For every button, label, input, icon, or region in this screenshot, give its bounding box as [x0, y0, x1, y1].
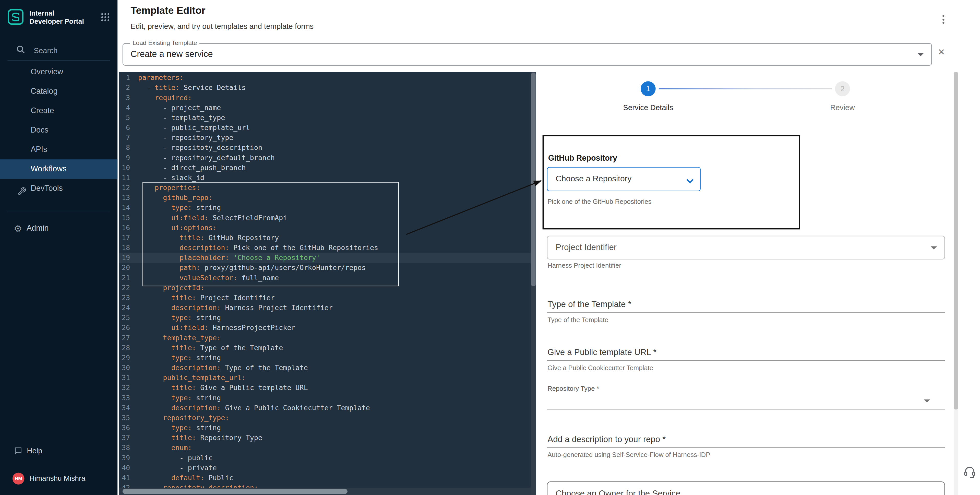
- code-line: 36 type: string: [119, 423, 536, 433]
- editor-vertical-scrollbar[interactable]: [531, 72, 536, 495]
- code-line: 26 ui:field: HarnessProjectPicker: [119, 323, 536, 333]
- code-line: 14 type: string: [119, 203, 536, 213]
- github-repository-value: Choose a Repository: [555, 173, 632, 183]
- template-type-input[interactable]: [547, 312, 945, 312]
- sidebar-item-apis[interactable]: APIs: [0, 140, 118, 159]
- public-url-input[interactable]: [547, 360, 945, 361]
- code-line: 21 valueSelector: full_name: [119, 273, 536, 283]
- github-repository-helper: Pick one of the GitHub Repositories: [547, 197, 651, 205]
- code-line: 6 - public_template_url: [119, 123, 536, 133]
- sidebar-divider: [7, 211, 110, 211]
- yaml-editor[interactable]: 1parameters:2 - title: Service Details3 …: [119, 72, 536, 495]
- chevron-down-icon: [686, 175, 694, 186]
- project-identifier-value: Project Identifier: [555, 243, 617, 252]
- nav-label: Catalog: [31, 87, 57, 95]
- code-line: 27 template_type:: [119, 333, 536, 343]
- code-line: 18 description: Pick one of the GitHub R…: [119, 243, 536, 253]
- owner-label: Choose an Owner for the Service: [555, 489, 681, 495]
- load-template-select[interactable]: Load Existing Template Create a new serv…: [123, 43, 932, 66]
- project-identifier-select[interactable]: Project Identifier: [547, 236, 945, 259]
- stepper-step-1[interactable]: 1: [641, 81, 656, 96]
- code-line: 22 projectId:: [119, 283, 536, 293]
- help-icon: [14, 446, 22, 455]
- repository-type-select[interactable]: [547, 409, 945, 409]
- apps-grid-icon[interactable]: [100, 13, 110, 24]
- clear-template-icon[interactable]: ×: [938, 46, 945, 57]
- code-line: 32 title: Give a Public template URL: [119, 383, 536, 393]
- code-line: 13 github_repo:: [119, 193, 536, 203]
- sidebar-nav: Overview Catalog Create Docs APIs Workfl…: [0, 62, 118, 198]
- repository-type-label: Repository Type *: [547, 384, 599, 392]
- sidebar-item-help[interactable]: Help: [0, 442, 118, 459]
- nav-label: Create: [31, 106, 54, 115]
- code-line: 5 - template_type: [119, 113, 536, 123]
- sidebar-item-overview[interactable]: Overview: [0, 62, 118, 82]
- stepper-step-1-label: Service Details: [597, 103, 699, 112]
- support-headset-icon[interactable]: [963, 465, 976, 481]
- search-icon: [16, 45, 25, 56]
- github-repository-select[interactable]: Choose a Repository: [547, 167, 701, 191]
- caret-down-icon: [918, 53, 924, 56]
- stepper-step-2[interactable]: 2: [835, 81, 850, 96]
- stepper-connector: [659, 88, 832, 89]
- nav-label: Workflows: [31, 164, 67, 173]
- brand[interactable]: Internal Developer Portal: [7, 9, 110, 27]
- code-line: 4 - project_name: [119, 103, 536, 113]
- sidebar: Internal Developer Portal Search: [0, 0, 118, 495]
- sidebar-search[interactable]: Search: [0, 42, 118, 59]
- github-repository-label: GitHub Repository: [548, 154, 617, 162]
- app-window: Internal Developer Portal Search: [0, 0, 980, 495]
- owner-select[interactable]: Choose an Owner for the Service: [547, 481, 945, 495]
- user-profile[interactable]: HM Himanshu Mishra: [0, 469, 118, 488]
- load-template-value: Create a new service: [131, 49, 213, 59]
- repo-description-helper: Auto-generated using Self-Service-Flow o…: [547, 451, 710, 458]
- gear-icon: ⚙: [14, 223, 22, 233]
- sidebar-item-admin[interactable]: ⚙ Admin: [0, 219, 118, 237]
- nav-label: APIs: [31, 145, 47, 154]
- sidebar-item-create[interactable]: Create: [0, 102, 118, 121]
- page-subtitle: Edit, preview, and try out templates and…: [131, 22, 314, 31]
- public-url-helper: Give a Public Cookiecutter Template: [547, 364, 653, 371]
- code-line: 39 - public: [119, 454, 536, 463]
- code-line: 15 ui:field: SelectFieldFromApi: [119, 213, 536, 223]
- code-line: 3 required:: [119, 93, 536, 103]
- code-line: 37 title: Repository Type: [119, 433, 536, 443]
- code-line: 17 title: GitHub Repository: [119, 233, 536, 243]
- code-line: 2 - title: Service Details: [119, 83, 536, 93]
- code-line: 28 title: Type of the Template: [119, 343, 536, 353]
- harness-logo-icon: [7, 9, 24, 27]
- template-type-helper: Type of the Template: [547, 316, 608, 323]
- code-lines: 1parameters:2 - title: Service Details3 …: [119, 73, 536, 493]
- stepper-step-2-label: Review: [791, 103, 894, 112]
- nav-label: DevTools: [31, 184, 63, 193]
- code-line: 1parameters:: [119, 73, 536, 83]
- product-name: Internal Developer Portal: [29, 9, 87, 25]
- sidebar-divider: [7, 60, 110, 60]
- code-line: 35 repository_type:: [119, 413, 536, 423]
- code-line: 30 description: Type of the Template: [119, 363, 536, 373]
- code-line: 20 path: proxy/github-api/users/OrkoHunt…: [119, 263, 536, 273]
- template-type-label: Type of the Template *: [547, 299, 631, 309]
- editor-horizontal-scrollbar[interactable]: [119, 488, 531, 495]
- code-line: 16 ui:options:: [119, 223, 536, 233]
- code-line: 25 type: string: [119, 313, 536, 323]
- code-line: 31 public_template_url:: [119, 373, 536, 383]
- avatar: HM: [13, 472, 24, 484]
- load-template-label: Load Existing Template: [130, 39, 199, 46]
- code-line: 38 enum:: [119, 443, 536, 453]
- code-line: 8 - repositoty_description: [119, 143, 536, 153]
- form-preview-panel: 1 2 Service Details Review GitHub Reposi…: [536, 72, 954, 495]
- page-scrollbar[interactable]: [954, 72, 958, 495]
- sidebar-item-docs[interactable]: Docs: [0, 121, 118, 140]
- caret-down-icon: [931, 246, 937, 249]
- help-label: Help: [27, 446, 42, 455]
- sidebar-item-devtools[interactable]: DevTools: [0, 179, 118, 198]
- repo-description-input[interactable]: [547, 447, 945, 447]
- sidebar-item-catalog[interactable]: Catalog: [0, 82, 118, 102]
- sidebar-item-workflows[interactable]: Workflows: [0, 159, 118, 179]
- public-url-label: Give a Public template URL *: [547, 348, 657, 357]
- nav-label: Docs: [31, 126, 49, 134]
- overflow-menu-icon[interactable]: [941, 13, 946, 25]
- code-line: 7 - repository_type: [119, 133, 536, 143]
- code-line: 40 - private: [119, 463, 536, 473]
